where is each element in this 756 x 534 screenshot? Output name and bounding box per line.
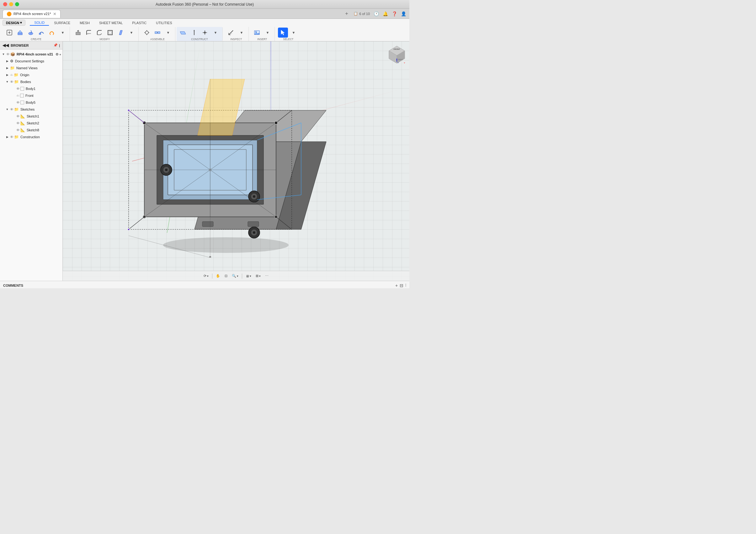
tree-item-sketch1[interactable]: ▶ 👁 📐 Sketch1: [0, 113, 63, 120]
viewcube[interactable]: FRONT RIGHT X Z: [388, 44, 406, 63]
svg-text:RIGHT: RIGHT: [398, 59, 403, 61]
tree-item-body5[interactable]: ▶ 👁 Body5: [0, 99, 63, 106]
root-settings-icon[interactable]: ⚙: [56, 52, 59, 56]
grid-button[interactable]: ⊞ ▾: [254, 273, 262, 280]
plane-tool[interactable]: [178, 28, 189, 38]
origin-eye-icon[interactable]: 👁: [10, 73, 13, 77]
joint-tool[interactable]: [142, 28, 152, 38]
zoom-icon: 🔍: [232, 274, 236, 278]
tree-item-origin[interactable]: ▶ 👁 📁 Origin: [0, 71, 63, 78]
close-button[interactable]: [3, 2, 7, 6]
sketches-expand-icon[interactable]: ▼: [5, 107, 10, 112]
named-views-folder-icon: 📁: [10, 66, 15, 70]
tab-solid[interactable]: SOLID: [30, 20, 49, 26]
svg-rect-9: [109, 31, 111, 34]
svg-point-60: [128, 228, 129, 230]
bodies-eye-icon[interactable]: 👁: [10, 80, 14, 84]
tree-item-sketch2[interactable]: ▶ 👁 📐 Sketch2: [0, 120, 63, 127]
extrude-tool[interactable]: [15, 28, 25, 38]
rigid-group-tool[interactable]: [152, 28, 162, 38]
3d-model[interactable]: [113, 79, 326, 258]
more-select-tool[interactable]: ▼: [288, 28, 299, 38]
front-eye-icon[interactable]: 👁: [16, 94, 19, 97]
point-tool[interactable]: [200, 28, 210, 38]
sketches-eye-icon[interactable]: 👁: [10, 108, 14, 111]
pan-button[interactable]: ✋: [214, 273, 222, 280]
origin-expand-icon[interactable]: ▶: [5, 73, 10, 77]
select-tool[interactable]: [278, 28, 288, 38]
new-component-tool[interactable]: [4, 28, 14, 38]
press-pull-tool[interactable]: [73, 28, 83, 38]
browser-back-arrow[interactable]: ◀◀: [3, 43, 9, 48]
shell-tool[interactable]: [105, 28, 115, 38]
root-expand-icon[interactable]: ▼: [1, 52, 6, 56]
comments-panel-toggle[interactable]: ⊟: [400, 283, 403, 288]
tree-item-front[interactable]: ▶ 👁 Front: [0, 92, 63, 99]
sketch2-eye-icon[interactable]: 👁: [16, 121, 20, 125]
tab-surface[interactable]: SURFACE: [50, 20, 75, 25]
body5-icon: [20, 101, 24, 104]
browser-collapse-button[interactable]: |: [59, 43, 60, 47]
zoom-button[interactable]: 🔍 ▾: [230, 273, 240, 280]
tree-item-bodies[interactable]: ▼ 👁 📁 Bodies: [0, 78, 63, 85]
comments-add-button[interactable]: +: [395, 283, 398, 288]
tab-utilities[interactable]: UTILITIES: [151, 20, 176, 25]
axis-tool[interactable]: [189, 28, 199, 38]
sketch1-eye-icon[interactable]: 👁: [16, 114, 20, 118]
root-eye-icon[interactable]: 👁: [6, 52, 10, 56]
fillet-tool[interactable]: [84, 28, 94, 38]
version-badge: 📋 6 of 10: [354, 12, 370, 16]
tab-plastic[interactable]: PLASTIC: [128, 20, 151, 25]
svg-text:X: X: [404, 62, 405, 63]
zoom-fit-button[interactable]: ⊡: [223, 273, 229, 280]
coil-tool[interactable]: [47, 28, 57, 38]
notifications-button[interactable]: 🔔: [382, 11, 389, 17]
sketch8-eye-icon[interactable]: 👁: [16, 128, 20, 132]
svg-marker-20: [194, 30, 195, 31]
more-viewport-button[interactable]: ⋯: [263, 273, 270, 280]
display-mode-button[interactable]: 🖥 ▾: [244, 273, 253, 280]
sweep-tool[interactable]: [37, 28, 46, 38]
construction-expand-icon[interactable]: ▶: [5, 135, 10, 139]
design-dropdown-button[interactable]: DESIGN ▾: [3, 20, 25, 26]
more-modify-tool[interactable]: ▼: [126, 28, 136, 38]
account-button[interactable]: 👤: [400, 11, 407, 17]
tree-item-body1[interactable]: ▶ 👁 Body1: [0, 85, 63, 92]
measure-tool[interactable]: ↔: [226, 28, 236, 38]
tree-item-sketch8[interactable]: ▶ 👁 📐 Sketch8: [0, 127, 63, 134]
named-views-expand-icon[interactable]: ▶: [5, 66, 10, 70]
body1-eye-icon[interactable]: 👁: [16, 87, 20, 90]
more-inspect-tool[interactable]: ▼: [236, 28, 247, 38]
browser-pin-button[interactable]: 📌: [53, 43, 58, 47]
active-tab[interactable]: 🟠 RPi4 4inch screen v21* ✕: [3, 10, 61, 18]
tab-mesh[interactable]: MESH: [75, 20, 94, 25]
more-assemble-tool[interactable]: ▼: [163, 28, 173, 38]
tab-close-button[interactable]: ✕: [53, 12, 56, 16]
orbit-button[interactable]: ⟳ ▾: [202, 273, 210, 280]
help-button[interactable]: ❓: [391, 11, 398, 17]
tree-item-doc-settings[interactable]: ▶ ⚙ Document Settings: [0, 58, 63, 64]
maximize-button[interactable]: [15, 2, 19, 6]
tab-sheet-metal[interactable]: SHEET METAL: [95, 20, 127, 25]
draft-tool[interactable]: [116, 28, 126, 38]
body5-eye-icon[interactable]: 👁: [16, 101, 20, 104]
viewport[interactable]: FRONT RIGHT X Z ⟳ ▾ ✋: [63, 41, 409, 281]
revolve-tool[interactable]: [26, 28, 36, 38]
bodies-expand-icon[interactable]: ▼: [5, 80, 10, 84]
chamfer-tool[interactable]: [94, 28, 104, 38]
construction-eye-icon[interactable]: 👁: [10, 135, 14, 139]
more-construct-tool[interactable]: ▼: [210, 28, 221, 38]
tree-item-sketches[interactable]: ▼ 👁 📁 Sketches: [0, 106, 63, 113]
more-create-tool[interactable]: ▼: [58, 28, 68, 38]
tree-item-named-views[interactable]: ▶ 📁 Named Views: [0, 64, 63, 71]
new-tab-button[interactable]: ＋: [343, 10, 350, 17]
viewport-canvas[interactable]: FRONT RIGHT X Z ⟳ ▾ ✋: [63, 41, 409, 281]
minimize-button[interactable]: [9, 2, 13, 6]
doc-expand-icon[interactable]: ▶: [5, 59, 10, 63]
tree-item-construction[interactable]: ▶ 👁 📁 Construction: [0, 134, 63, 140]
bodies-label: Bodies: [20, 80, 31, 84]
tree-item-root[interactable]: ▼ 👁 📦 RPi4 4inch screen v21 ⚙ ●: [0, 51, 63, 58]
insert-image-tool[interactable]: [252, 28, 262, 38]
more-insert-tool[interactable]: ▼: [262, 28, 273, 38]
history-button[interactable]: 🕐: [373, 11, 380, 17]
